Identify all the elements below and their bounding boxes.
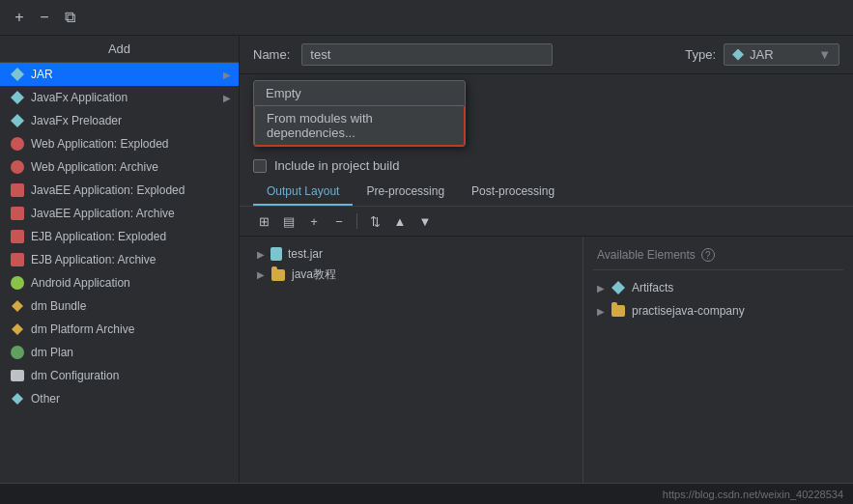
- arrow-right-icon: ▶: [223, 70, 231, 80]
- sidebar-item-other[interactable]: Other: [0, 387, 239, 410]
- top-toolbar: + − ⧉: [0, 0, 853, 36]
- dm-config-icon: [10, 368, 25, 383]
- footer-url: https://blog.csdn.net/weixin_40228534: [663, 489, 843, 500]
- include-checkbox[interactable]: [253, 159, 267, 173]
- ae-header: Available Elements ?: [593, 244, 843, 270]
- sidebar-item-android[interactable]: Android Application: [0, 271, 239, 294]
- sidebar-item-jar[interactable]: JAR ▶: [0, 63, 239, 86]
- remove-button[interactable]: −: [35, 8, 54, 27]
- practisejava-icon: [611, 303, 626, 319]
- add-button[interactable]: +: [10, 8, 29, 27]
- name-label: Name:: [253, 47, 290, 62]
- sidebar-item-dm-bundle[interactable]: dm Bundle: [0, 294, 239, 318]
- content-toolbar-up[interactable]: ▲: [389, 210, 411, 232]
- tab-output-layout[interactable]: Output Layout: [253, 179, 353, 206]
- ae-arrow: ▶: [597, 283, 605, 294]
- dm-platform-icon: [10, 322, 25, 337]
- dropdown-menu: Empty From modules with dependencies...: [253, 80, 466, 147]
- ae-arrow2: ▶: [597, 306, 605, 317]
- type-label: Type:: [685, 47, 716, 62]
- tree-arrow: ▶: [257, 269, 265, 280]
- other-icon: [10, 391, 25, 406]
- javafx-preloader-icon: [10, 113, 25, 128]
- sidebar-item-dm-config[interactable]: dm Configuration: [0, 364, 239, 387]
- sidebar-item-javafx-app[interactable]: JavaFx Application ▶: [0, 86, 239, 109]
- include-row: Include in project build: [240, 153, 853, 179]
- tree-item-java-folder[interactable]: ▶ java教程: [253, 264, 569, 286]
- content-toolbar-btn1[interactable]: ⊞: [253, 210, 274, 232]
- ae-item-artifacts[interactable]: ▶ Artifacts: [593, 276, 843, 299]
- sidebar-item-dm-plan[interactable]: dm Plan: [0, 341, 239, 364]
- content-split: ▶ test.jar ▶ java教程: [240, 237, 853, 483]
- jar-icon: [10, 67, 25, 82]
- name-input[interactable]: [301, 43, 553, 66]
- content-toolbar-add[interactable]: +: [303, 210, 325, 232]
- tabs-row: Output Layout Pre-processing Post-proces…: [240, 179, 853, 207]
- dm-plan-icon: [10, 345, 25, 360]
- android-icon: [10, 275, 25, 291]
- dm-bundle-icon: [10, 298, 25, 314]
- type-select-container: Type: JAR ▼: [685, 43, 839, 66]
- content-area: Name: Type: JAR ▼ Empty From modules wit…: [240, 36, 853, 483]
- type-select[interactable]: JAR ▼: [724, 43, 839, 66]
- tab-post-processing[interactable]: Post-processing: [458, 179, 568, 206]
- web-archive-icon: [10, 159, 25, 175]
- sidebar-item-dm-platform[interactable]: dm Platform Archive: [0, 318, 239, 341]
- file-tree: ▶ test.jar ▶ java教程: [240, 237, 583, 483]
- sidebar: Add JAR ▶ JavaFx Application ▶: [0, 36, 240, 483]
- sidebar-item-javafx-preloader[interactable]: JavaFx Preloader: [0, 109, 239, 132]
- available-elements-panel: Available Elements ? ▶ Artifacts ▶: [583, 237, 853, 483]
- ejb-archive-icon: [10, 252, 25, 267]
- tab-pre-processing[interactable]: Pre-processing: [353, 179, 458, 206]
- ejb-exploded-icon: [10, 229, 25, 244]
- javafx-icon: [10, 90, 25, 105]
- content-toolbar-btn2[interactable]: ▤: [278, 210, 299, 232]
- content-toolbar-down[interactable]: ▼: [414, 210, 436, 232]
- sidebar-item-javaee-archive[interactable]: JavaEE Application: Archive: [0, 202, 239, 225]
- content-toolbar-sort[interactable]: ⇅: [364, 210, 385, 232]
- sidebar-item-javaee-exploded[interactable]: JavaEE Application: Exploded: [0, 179, 239, 202]
- sidebar-item-web-exploded[interactable]: Web Application: Exploded: [0, 132, 239, 155]
- help-icon[interactable]: ?: [701, 248, 715, 262]
- ae-item-practisejava[interactable]: ▶ practisejava-company: [593, 299, 843, 322]
- name-type-row: Name: Type: JAR ▼: [240, 36, 853, 74]
- content-toolbar-remove[interactable]: −: [328, 210, 350, 232]
- toolbar-separator: [356, 213, 357, 229]
- dropdown-empty[interactable]: Empty: [254, 81, 465, 105]
- sidebar-item-web-archive[interactable]: Web Application: Archive: [0, 155, 239, 179]
- javaee-exploded-icon: [10, 182, 25, 198]
- type-dropdown-arrow: ▼: [818, 47, 831, 62]
- tree-arrow: ▶: [257, 249, 265, 260]
- type-jar-icon: [732, 49, 744, 61]
- artifacts-icon: [611, 280, 626, 295]
- dropdown-from-modules[interactable]: From modules with dependencies...: [254, 105, 465, 146]
- web-exploded-icon: [10, 136, 25, 152]
- javaee-archive-icon: [10, 206, 25, 221]
- content-toolbar: ⊞ ▤ + − ⇅ ▲ ▼: [240, 207, 853, 237]
- body-area: Add JAR ▶ JavaFx Application ▶: [0, 36, 853, 483]
- sidebar-header: Add: [0, 36, 239, 63]
- sidebar-item-ejb-archive[interactable]: EJB Application: Archive: [0, 248, 239, 271]
- main-container: + − ⧉ Add JAR ▶ JavaFx Application ▶: [0, 0, 853, 504]
- folder-icon: [270, 267, 286, 283]
- footer: https://blog.csdn.net/weixin_40228534: [0, 483, 853, 504]
- copy-button[interactable]: ⧉: [60, 8, 79, 27]
- sidebar-item-ejb-exploded[interactable]: EJB Application: Exploded: [0, 225, 239, 248]
- include-label: Include in project build: [274, 158, 399, 173]
- dropdown-area: Empty From modules with dependencies...: [253, 80, 839, 147]
- tree-item-testjar[interactable]: ▶ test.jar: [253, 244, 569, 264]
- jar-file-icon: [270, 247, 282, 261]
- arrow-right-icon: ▶: [223, 93, 231, 103]
